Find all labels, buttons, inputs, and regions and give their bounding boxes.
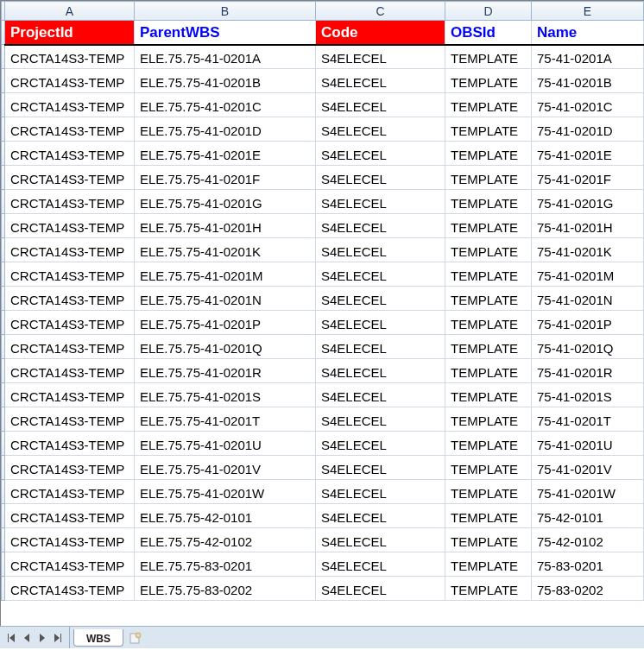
cell[interactable]: ELE.75.75-41-0201E bbox=[135, 142, 316, 166]
cell[interactable]: TEMPLATE bbox=[445, 504, 532, 528]
cell[interactable]: CRCTA14S3-TEMP bbox=[5, 504, 135, 528]
cell[interactable]: S4ELECEL bbox=[316, 577, 445, 601]
field-header-code[interactable]: Code bbox=[316, 21, 445, 45]
cell[interactable]: S4ELECEL bbox=[316, 117, 445, 142]
field-header-parentwbs[interactable]: ParentWBS bbox=[135, 21, 316, 45]
cell[interactable]: S4ELECEL bbox=[316, 335, 445, 359]
cell[interactable]: CRCTA14S3-TEMP bbox=[5, 480, 135, 504]
cell[interactable]: CRCTA14S3-TEMP bbox=[5, 407, 135, 432]
field-header-obsid[interactable]: OBSId bbox=[445, 21, 532, 45]
cell[interactable]: TEMPLATE bbox=[445, 262, 532, 287]
cell[interactable]: TEMPLATE bbox=[445, 117, 532, 142]
cell[interactable]: CRCTA14S3-TEMP bbox=[5, 528, 135, 552]
cell[interactable]: CRCTA14S3-TEMP bbox=[5, 577, 135, 601]
cell[interactable]: ELE.75.75-41-0201F bbox=[135, 166, 316, 190]
cell[interactable]: ELE.75.75-41-0201M bbox=[135, 262, 316, 287]
cell[interactable]: S4ELECEL bbox=[316, 166, 445, 190]
cell[interactable]: TEMPLATE bbox=[445, 238, 532, 262]
cell[interactable]: S4ELECEL bbox=[316, 311, 445, 335]
cell[interactable]: ELE.75.75-41-0201T bbox=[135, 407, 316, 432]
cell[interactable]: 75-41-0201N bbox=[532, 287, 644, 311]
cell[interactable]: TEMPLATE bbox=[445, 93, 532, 117]
cell[interactable]: ELE.75.75-41-0201R bbox=[135, 359, 316, 383]
cell[interactable]: S4ELECEL bbox=[316, 552, 445, 577]
cell[interactable]: 75-41-0201P bbox=[532, 311, 644, 335]
cell[interactable]: TEMPLATE bbox=[445, 456, 532, 480]
cell[interactable]: CRCTA14S3-TEMP bbox=[5, 93, 135, 117]
cell[interactable]: 75-41-0201U bbox=[532, 432, 644, 456]
col-header-A[interactable]: A bbox=[5, 2, 135, 21]
cell[interactable]: TEMPLATE bbox=[445, 311, 532, 335]
cell[interactable]: ELE.75.75-41-0201C bbox=[135, 93, 316, 117]
cell[interactable]: TEMPLATE bbox=[445, 432, 532, 456]
cell[interactable]: TEMPLATE bbox=[445, 142, 532, 166]
cell[interactable]: 75-41-0201T bbox=[532, 407, 644, 432]
cell[interactable]: S4ELECEL bbox=[316, 69, 445, 93]
cell[interactable]: CRCTA14S3-TEMP bbox=[5, 214, 135, 238]
cell[interactable]: ELE.75.75-41-0201S bbox=[135, 383, 316, 407]
cell[interactable]: ELE.75.75-41-0201Q bbox=[135, 335, 316, 359]
cell[interactable]: S4ELECEL bbox=[316, 287, 445, 311]
sheet-tab-active[interactable]: WBS bbox=[73, 629, 123, 647]
cell[interactable]: 75-41-0201S bbox=[532, 383, 644, 407]
cell[interactable]: S4ELECEL bbox=[316, 190, 445, 214]
cell[interactable]: TEMPLATE bbox=[445, 45, 532, 69]
cell[interactable]: 75-41-0201E bbox=[532, 142, 644, 166]
cell[interactable]: 75-41-0201M bbox=[532, 262, 644, 287]
cell[interactable]: CRCTA14S3-TEMP bbox=[5, 287, 135, 311]
cell[interactable]: TEMPLATE bbox=[445, 407, 532, 432]
cell[interactable]: 75-41-0201V bbox=[532, 456, 644, 480]
cell[interactable]: CRCTA14S3-TEMP bbox=[5, 166, 135, 190]
cell[interactable]: S4ELECEL bbox=[316, 214, 445, 238]
cell[interactable]: 75-41-0201B bbox=[532, 69, 644, 93]
cell[interactable]: ELE.75.75-41-0201V bbox=[135, 456, 316, 480]
cell[interactable]: 75-41-0201W bbox=[532, 480, 644, 504]
cell[interactable]: S4ELECEL bbox=[316, 528, 445, 552]
spreadsheet-grid[interactable]: A B C D E ProjectIdParentWBSCodeOBSIdNam… bbox=[0, 0, 644, 626]
cell[interactable]: CRCTA14S3-TEMP bbox=[5, 45, 135, 69]
cell[interactable]: ELE.75.75-41-0201N bbox=[135, 287, 316, 311]
cell[interactable]: TEMPLATE bbox=[445, 528, 532, 552]
col-header-C[interactable]: C bbox=[316, 2, 445, 21]
cell[interactable]: 75-41-0201K bbox=[532, 238, 644, 262]
new-sheet-icon[interactable] bbox=[127, 629, 144, 647]
cell[interactable]: 75-41-0201D bbox=[532, 117, 644, 142]
cell[interactable]: ELE.75.75-41-0201D bbox=[135, 117, 316, 142]
cell[interactable]: CRCTA14S3-TEMP bbox=[5, 432, 135, 456]
cell[interactable]: 75-41-0201Q bbox=[532, 335, 644, 359]
cell[interactable]: ELE.75.75-83-0201 bbox=[135, 552, 316, 577]
cell[interactable]: S4ELECEL bbox=[316, 359, 445, 383]
cell[interactable]: S4ELECEL bbox=[316, 480, 445, 504]
cell[interactable]: 75-42-0102 bbox=[532, 528, 644, 552]
cell[interactable]: CRCTA14S3-TEMP bbox=[5, 335, 135, 359]
cell[interactable]: CRCTA14S3-TEMP bbox=[5, 117, 135, 142]
tab-nav-first-icon[interactable] bbox=[3, 628, 19, 647]
cell[interactable]: 75-41-0201C bbox=[532, 93, 644, 117]
cell[interactable]: TEMPLATE bbox=[445, 480, 532, 504]
col-header-D[interactable]: D bbox=[445, 2, 532, 21]
cell[interactable]: TEMPLATE bbox=[445, 166, 532, 190]
cell[interactable]: CRCTA14S3-TEMP bbox=[5, 262, 135, 287]
cell[interactable]: 75-41-0201F bbox=[532, 166, 644, 190]
cell[interactable]: TEMPLATE bbox=[445, 335, 532, 359]
cell[interactable]: ELE.75.75-41-0201W bbox=[135, 480, 316, 504]
cell[interactable]: S4ELECEL bbox=[316, 238, 445, 262]
col-header-B[interactable]: B bbox=[135, 2, 316, 21]
cell[interactable]: CRCTA14S3-TEMP bbox=[5, 552, 135, 577]
cell[interactable]: TEMPLATE bbox=[445, 287, 532, 311]
cell[interactable]: ELE.75.75-41-0201B bbox=[135, 69, 316, 93]
cell[interactable]: CRCTA14S3-TEMP bbox=[5, 238, 135, 262]
cell[interactable]: 75-83-0201 bbox=[532, 552, 644, 577]
cell[interactable]: ELE.75.75-41-0201U bbox=[135, 432, 316, 456]
cell[interactable]: TEMPLATE bbox=[445, 577, 532, 601]
cell[interactable]: ELE.75.75-83-0202 bbox=[135, 577, 316, 601]
col-header-E[interactable]: E bbox=[532, 2, 644, 21]
cell[interactable]: S4ELECEL bbox=[316, 456, 445, 480]
cell[interactable]: CRCTA14S3-TEMP bbox=[5, 456, 135, 480]
cell[interactable]: CRCTA14S3-TEMP bbox=[5, 311, 135, 335]
cell[interactable]: 75-41-0201H bbox=[532, 214, 644, 238]
field-header-projectid[interactable]: ProjectId bbox=[5, 21, 135, 45]
cell[interactable]: ELE.75.75-41-0201G bbox=[135, 190, 316, 214]
cell[interactable]: ELE.75.75-41-0201H bbox=[135, 214, 316, 238]
cell[interactable]: S4ELECEL bbox=[316, 504, 445, 528]
